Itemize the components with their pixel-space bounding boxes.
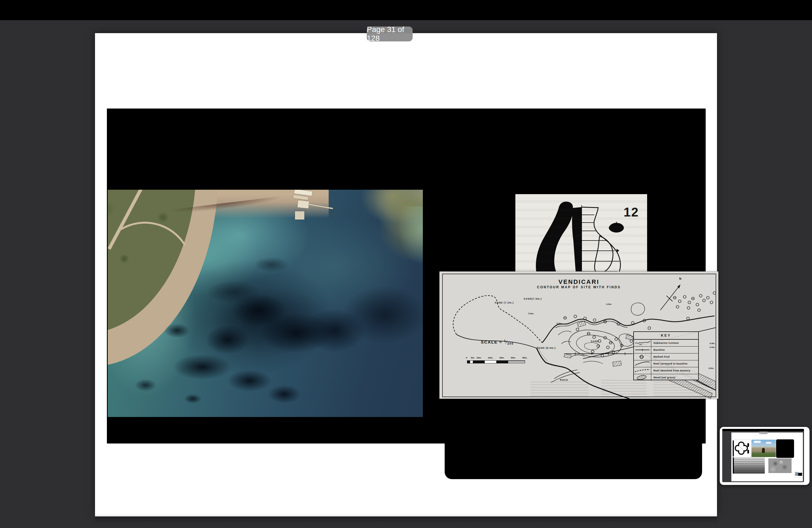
map-subtitle: CONTOUR MAP OF SITE WITH FINDS (439, 285, 719, 289)
pip-photo-cloud (754, 441, 761, 443)
pip-mini-screen: Page 30 of 128 (722, 429, 804, 482)
pip-photo-cloud (766, 442, 771, 444)
page-gap-strip (95, 514, 717, 516)
map-depth-55: 5.5m. (556, 322, 562, 325)
pip-thumbnail[interactable]: Page 30 of 128 (720, 427, 810, 485)
map-label-sand75: SAND(7.5m.) (524, 297, 542, 300)
paper-showthrough-text (601, 380, 647, 397)
desktop: 12 (0, 0, 812, 528)
page-indicator-text: Page 31 of 128 (367, 25, 412, 43)
key-row-baseline: Baseline (634, 347, 698, 353)
pip-mini-page: Page 30 of 128 (731, 432, 803, 481)
map-depth-45: 4.5m. (710, 342, 715, 344)
map-scale-text: SCALE = 1⁄200 (481, 339, 514, 345)
map-label-rock: ROCK (560, 379, 568, 381)
map-label-sand72: SAND (7.2m.) (495, 301, 514, 304)
figure-number: 12 (624, 205, 639, 220)
pip-photo-door (762, 448, 765, 453)
quatrefoil-plan-icon (733, 440, 751, 457)
pip-nested-thumbnail (795, 472, 802, 477)
pip-plan-black-sliver (733, 440, 734, 456)
map-depth-50: 5.0m. (528, 312, 534, 315)
reef-memory-icon (634, 367, 651, 374)
page-indicator-pill: Page 31 of 128 (367, 27, 412, 41)
document-page: 12 (95, 33, 717, 514)
map-depth-30: 3.0m. (708, 367, 714, 369)
next-page-shadow (95, 516, 717, 524)
pip-nested-image-left (795, 472, 798, 476)
pip-quatrefoil-plan (733, 440, 751, 457)
key-row-reef-surveyed: Reef surveyed to baseline (634, 361, 698, 367)
pip-grayscale-marsh-photo (733, 457, 765, 474)
scale-bar-ticks: 0 5m. 10m. 20m. 30m. 40m. 50m. (466, 356, 530, 360)
map-label-sand: SAND (591, 340, 599, 343)
key-row-marked-find: Marked Find (634, 353, 698, 361)
pip-gray1-black-sliver (733, 457, 734, 474)
top-bar (0, 0, 812, 20)
aerial-photo-vendicari-bay (108, 190, 423, 417)
key-row-reef-memory: Reef sketched from memory (634, 367, 698, 374)
baseline-icon (634, 347, 651, 353)
paper-showthrough-text (653, 381, 713, 397)
map-depth-60: 6.0m. (606, 303, 612, 305)
figure-plate-black-panel: 12 (107, 108, 706, 443)
map-title: VENDICARI (439, 278, 719, 285)
key-row-submarine-contour: 5m. Submarine Contour (634, 340, 698, 347)
scale-bar (467, 361, 525, 363)
svg-text:5m.: 5m. (639, 343, 642, 345)
paper-showthrough-text (531, 381, 589, 397)
north-label: N (679, 277, 681, 280)
reef-surveyed-icon (634, 361, 651, 367)
submarine-contour-icon: 5m. (634, 340, 651, 346)
pip-nested-image-right (798, 473, 802, 476)
photo-seaweed-patches (108, 190, 423, 417)
pip-black-box (776, 439, 794, 458)
pip-building-photo (752, 440, 776, 457)
pip-mini-topbar (722, 429, 804, 431)
marked-find-icon (634, 353, 651, 360)
map-key-box: KEY 5m. Submarine Contour Baseline (633, 332, 699, 380)
map-depth-40: 4.0m. (710, 346, 715, 349)
pip-mini-page-pill: Page 30 of 128 (759, 431, 768, 434)
pip-grayscale-aerial-photo (768, 458, 792, 473)
map-label-sand80: SAND (8.0m.) (537, 347, 556, 349)
key-header: KEY (634, 332, 698, 340)
map-figure-panel: VENDICARI CONTOUR MAP OF SITE WITH FINDS… (439, 272, 719, 399)
